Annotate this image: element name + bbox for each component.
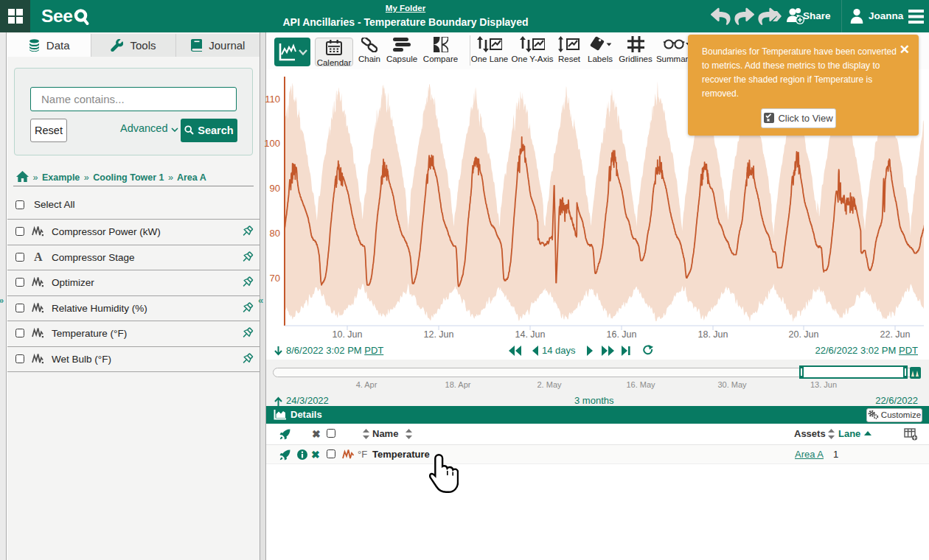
svg-text:10. Jun: 10. Jun (332, 329, 362, 340)
svg-text:20. Jun: 20. Jun (788, 329, 818, 340)
svg-text:110: 110 (265, 94, 280, 105)
svg-text:90: 90 (270, 183, 280, 194)
svg-text:22. Jun: 22. Jun (880, 329, 910, 340)
svg-text:16. Jun: 16. Jun (606, 329, 636, 340)
svg-text:80: 80 (270, 228, 280, 239)
svg-text:14. Jun: 14. Jun (515, 329, 545, 340)
svg-text:70: 70 (270, 273, 280, 284)
svg-text:12. Jun: 12. Jun (423, 329, 453, 340)
svg-text:100: 100 (264, 138, 280, 149)
svg-text:18. Jun: 18. Jun (697, 329, 728, 340)
